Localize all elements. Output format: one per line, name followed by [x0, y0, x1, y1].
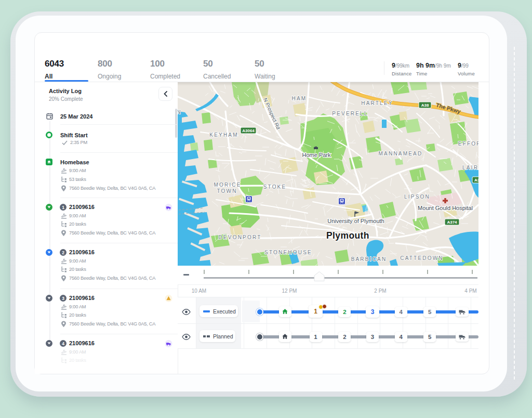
svg-text:A38: A38	[421, 103, 429, 108]
svg-text:MORICE: MORICE	[214, 182, 241, 188]
svg-text:BARBICAN: BARBICAN	[351, 256, 387, 262]
svg-text:STONEHOUSE: STONEHOUSE	[264, 250, 312, 255]
svg-text:N: N	[178, 109, 182, 115]
svg-text:DEVONPORT: DEVONPORT	[219, 234, 262, 240]
svg-text:University of Plymouth: University of Plymouth	[327, 218, 384, 224]
svg-text:HARTLEY: HARTLEY	[361, 100, 393, 106]
svg-text:LAIRA: LAIRA	[462, 165, 478, 171]
svg-text:HAM: HAM	[292, 96, 307, 101]
svg-text:LIPSON: LIPSON	[404, 194, 430, 200]
svg-text:A3064: A3064	[242, 128, 255, 133]
svg-text:TOWN: TOWN	[217, 188, 237, 194]
svg-text:Home Park: Home Park	[302, 152, 331, 158]
svg-text:Plymouth: Plymouth	[326, 230, 369, 241]
svg-text:PEVERELL: PEVERELL	[332, 111, 368, 116]
svg-text:EFFORD: EFFORD	[458, 141, 478, 147]
svg-text:Mount Gould Hospital: Mount Gould Hospital	[418, 205, 473, 211]
svg-text:MANNAMEAD: MANNAMEAD	[379, 151, 423, 156]
svg-text:STOKE: STOKE	[263, 184, 287, 190]
svg-text:CATTEDOWN: CATTEDOWN	[400, 255, 444, 261]
svg-text:A3: A3	[474, 178, 478, 182]
svg-text:KEYHAM: KEYHAM	[209, 132, 238, 138]
svg-text:A374: A374	[447, 220, 457, 225]
